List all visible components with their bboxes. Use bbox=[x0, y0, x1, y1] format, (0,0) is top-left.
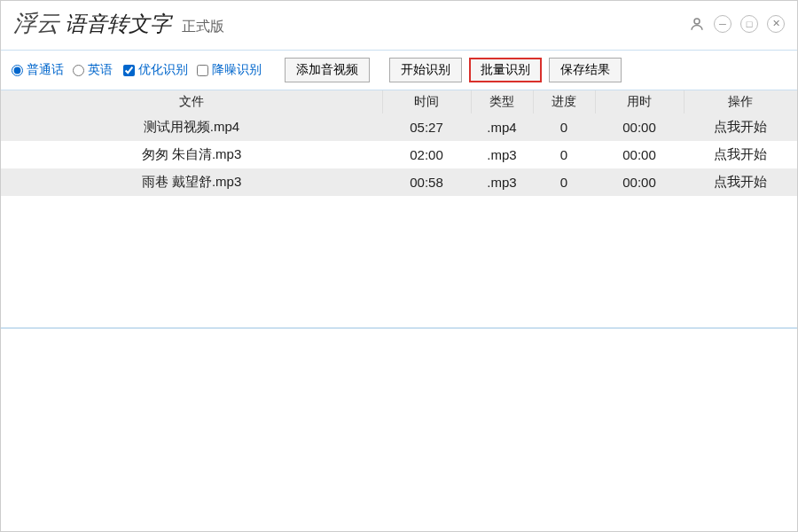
check-optimize-label: 优化识别 bbox=[138, 62, 188, 78]
batch-recognition-button[interactable]: 批量识别 bbox=[469, 58, 542, 82]
header-elapsed[interactable]: 用时 bbox=[595, 90, 684, 113]
cell-type: .mp3 bbox=[471, 168, 533, 196]
cell-time: 00:58 bbox=[382, 168, 471, 196]
table-header-row: 文件 时间 类型 进度 用时 操作 bbox=[1, 90, 797, 113]
cell-elapsed: 00:00 bbox=[595, 113, 684, 141]
radio-mandarin-label: 普通话 bbox=[27, 62, 64, 78]
svg-point-0 bbox=[694, 19, 700, 24]
minimize-button[interactable]: ─ bbox=[714, 15, 732, 33]
table-row[interactable]: 测试用视频.mp405:27.mp4000:00点我开始 bbox=[1, 113, 797, 141]
close-button[interactable]: ✕ bbox=[767, 15, 785, 33]
maximize-button[interactable]: □ bbox=[740, 15, 758, 33]
titlebar: 浮云 语音转文字 正式版 ─ □ ✕ bbox=[1, 1, 797, 50]
cell-file: 匆匆 朱自清.mp3 bbox=[1, 141, 382, 168]
toolbar: 普通话 英语 优化识别 降噪识别 添加音视频 开始识别 批量识别 保存结果 bbox=[1, 50, 797, 90]
check-denoise-label: 降噪识别 bbox=[212, 62, 262, 78]
header-type[interactable]: 类型 bbox=[471, 90, 533, 113]
cell-type: .mp3 bbox=[471, 141, 533, 168]
check-optimize[interactable]: 优化识别 bbox=[123, 62, 188, 78]
edition-label: 正式版 bbox=[182, 18, 224, 36]
cell-elapsed: 00:00 bbox=[595, 141, 684, 168]
option-check-group: 优化识别 降噪识别 bbox=[123, 62, 262, 78]
window-controls: ─ □ ✕ bbox=[689, 15, 785, 33]
table-row[interactable]: 匆匆 朱自清.mp302:00.mp3000:00点我开始 bbox=[1, 141, 797, 168]
radio-english[interactable]: 英语 bbox=[73, 62, 113, 78]
check-denoise-input[interactable] bbox=[197, 65, 208, 76]
radio-mandarin[interactable]: 普通话 bbox=[12, 62, 64, 78]
save-result-button[interactable]: 保存结果 bbox=[549, 58, 622, 82]
header-progress[interactable]: 进度 bbox=[533, 90, 595, 113]
file-table: 文件 时间 类型 进度 用时 操作 测试用视频.mp405:27.mp4000:… bbox=[1, 90, 797, 196]
titlebar-left: 浮云 语音转文字 正式版 bbox=[13, 8, 224, 39]
cell-progress: 0 bbox=[533, 141, 595, 168]
start-recognition-button[interactable]: 开始识别 bbox=[389, 58, 462, 82]
result-pane bbox=[1, 328, 797, 532]
cell-time: 05:27 bbox=[382, 113, 471, 141]
user-icon[interactable] bbox=[689, 16, 705, 32]
cell-file: 测试用视频.mp4 bbox=[1, 113, 382, 141]
check-denoise[interactable]: 降噪识别 bbox=[197, 62, 262, 78]
cell-type: .mp4 bbox=[471, 113, 533, 141]
cell-action[interactable]: 点我开始 bbox=[684, 168, 797, 196]
cell-action[interactable]: 点我开始 bbox=[684, 141, 797, 168]
brand-logo: 浮云 bbox=[13, 8, 59, 39]
cell-file: 雨巷 戴望舒.mp3 bbox=[1, 168, 382, 196]
radio-mandarin-input[interactable] bbox=[12, 65, 23, 76]
header-action[interactable]: 操作 bbox=[684, 90, 797, 113]
language-radio-group: 普通话 英语 bbox=[12, 62, 113, 78]
header-file[interactable]: 文件 bbox=[1, 90, 382, 113]
header-time[interactable]: 时间 bbox=[382, 90, 471, 113]
cell-elapsed: 00:00 bbox=[595, 168, 684, 196]
file-table-wrap: 文件 时间 类型 进度 用时 操作 测试用视频.mp405:27.mp4000:… bbox=[1, 90, 797, 328]
cell-progress: 0 bbox=[533, 168, 595, 196]
app-title: 语音转文字 bbox=[65, 10, 171, 38]
cell-action[interactable]: 点我开始 bbox=[684, 113, 797, 141]
radio-english-input[interactable] bbox=[73, 65, 84, 76]
cell-progress: 0 bbox=[533, 113, 595, 141]
check-optimize-input[interactable] bbox=[123, 65, 135, 76]
cell-time: 02:00 bbox=[382, 141, 471, 168]
radio-english-label: 英语 bbox=[88, 62, 113, 78]
table-row[interactable]: 雨巷 戴望舒.mp300:58.mp3000:00点我开始 bbox=[1, 168, 797, 196]
add-media-button[interactable]: 添加音视频 bbox=[285, 58, 370, 82]
